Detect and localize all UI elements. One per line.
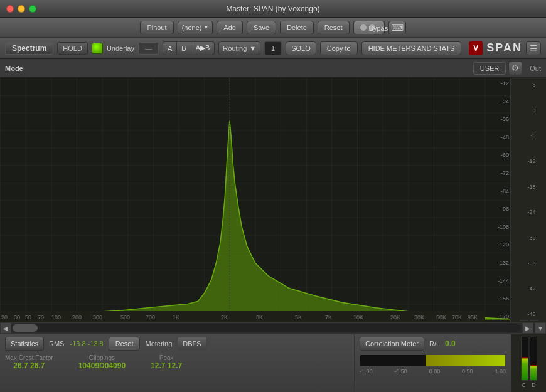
stats-row: Max Crest Factor 26.7 26.7 Clippings 104… [5,354,349,370]
svg-text:1K: 1K [173,314,179,320]
scroll-track[interactable] [13,324,521,332]
svg-text:300: 300 [93,314,102,320]
svg-text:50: 50 [25,314,31,320]
ab-arrow-button[interactable]: A▶B [191,42,215,55]
voxengo-logo: V [469,41,483,55]
scroll-bar[interactable]: ◀ ▶ ▼ [0,322,546,334]
spectrum-tab[interactable]: Spectrum [5,42,53,55]
clippings-stat: Clippings 10409D04090 [78,354,126,370]
svg-text:95K: 95K [468,314,478,320]
clippings-label: Clippings [89,354,115,361]
correlation-value: 0.0 [445,339,456,348]
rl-label: R/L [429,340,440,347]
left-meter-bar [520,320,528,321]
clippings-value: 10409D04090 [78,361,126,370]
scale-0: 0.00 [429,368,441,374]
correlation-header: Correlation Meter R/L 0.0 [360,337,506,351]
out-meter-panel: 6 0 -6 -12 -18 -24 -30 -36 -42 -48 [511,78,546,322]
svg-text:20K: 20K [390,314,400,320]
svg-text:30: 30 [14,314,20,320]
main-area: 2.27K HZ C#7 37 CENTS -80.8 DB [0,78,546,322]
svg-text:5K: 5K [295,314,302,320]
window-title: Master: SPAN (by Voxengo) [226,4,319,13]
svg-text:10K: 10K [353,314,363,320]
correlation-meter: -1.00 -0.50 0.00 0.50 1.00 [360,354,506,374]
metering-label: Metering [145,340,172,347]
mode-label: Mode [5,65,23,72]
hold-led [92,43,103,54]
reset-button[interactable]: Reset [318,21,350,34]
svg-text:200: 200 [72,314,82,320]
scale-neg1: -1.00 [360,368,373,374]
peak-value: 12.7 12.7 [151,361,182,370]
bypass-button[interactable]: Bypass [353,21,385,34]
stats-reset-button[interactable]: Reset [109,337,141,351]
delete-button[interactable]: Delete [280,21,314,34]
menu-button[interactable]: ☰ [526,41,541,55]
max-crest-value: 26.7 26.7 [13,361,45,370]
preset-selector[interactable]: (none) ▼ [178,21,213,34]
a-button[interactable]: A [163,42,177,55]
correlation-tab[interactable]: Correlation Meter [360,337,424,351]
svg-text:50K: 50K [436,314,446,320]
minimize-button[interactable] [18,5,25,13]
preset-dropdown-arrow: ▼ [203,24,208,30]
max-crest-stat: Max Crest Factor 26.7 26.7 [5,354,53,370]
bypass-led [360,24,367,31]
d-meter-bar [530,337,537,381]
peak-label: Peak [159,354,174,361]
right-meter-bar [530,320,538,321]
svg-text:3K: 3K [256,314,263,320]
settings-button[interactable]: ⚙ [508,61,522,75]
max-crest-label: Max Crest Factor [5,354,53,361]
bottom-area: Statistics RMS -13.8 -13.8 Reset Meterin… [0,334,546,392]
d-label: D [530,382,538,388]
span-brand: SPAN [486,41,522,55]
pinout-button[interactable]: Pinout [140,21,173,34]
close-button[interactable] [6,5,14,13]
svg-text:70K: 70K [452,314,462,320]
b-button[interactable]: B [177,42,191,55]
underlay-selector[interactable]: — [138,42,159,55]
freq-scale: 20 30 50 70 100 200 300 500 700 1K 2K 3K… [0,311,485,322]
d-meter-fill [530,365,537,380]
add-button[interactable]: Add [217,21,243,34]
maximize-button[interactable] [29,5,36,13]
statistics-tab[interactable]: Statistics [5,337,44,351]
svg-text:2K: 2K [221,314,228,320]
svg-text:70: 70 [38,314,44,320]
svg-text:700: 700 [146,314,155,320]
hold-button[interactable]: HOLD [57,42,88,55]
mode-selector[interactable]: USER [473,62,506,75]
title-bar: Master: SPAN (by Voxengo) [0,0,546,18]
spectrum-display[interactable] [0,78,510,322]
solo-button[interactable]: SOLO [286,41,316,55]
secondary-toolbar: Spectrum HOLD Underlay — A B A▶B Routing… [0,38,546,59]
window-controls[interactable] [6,5,36,13]
scale-1: 1.00 [495,368,506,374]
stats-header: Statistics RMS -13.8 -13.8 Reset Meterin… [5,337,349,351]
keyboard-button[interactable]: ⌨ [388,21,406,34]
routing-dropdown[interactable]: Routing ▼ [218,41,260,55]
dbfs-button[interactable]: DBFS [177,337,206,351]
copy-to-button[interactable]: Copy to [320,41,358,55]
hide-meters-button[interactable]: HIDE METERS AND STATS [361,41,462,55]
logo-area: V SPAN ☰ [469,41,541,55]
bottom-meter-bars [513,337,545,381]
channel-number[interactable]: 1 [264,41,282,55]
top-toolbar: Pinout (none) ▼ Add Save Delete Reset By… [0,18,546,38]
svg-text:7K: 7K [325,314,332,320]
scroll-left-arrow[interactable]: ◀ [0,322,11,334]
scroll-right-arrow[interactable]: ▶ [522,322,533,334]
scroll-thumb[interactable] [13,324,38,332]
svg-text:30K: 30K [414,314,424,320]
scroll-down-arrow[interactable]: ▼ [535,322,546,334]
scale-neg05: -0.50 [394,368,407,374]
scale-05: 0.50 [462,368,473,374]
ab-group[interactable]: A B A▶B [163,41,215,55]
c-label: C [520,382,528,388]
save-button[interactable]: Save [247,21,276,34]
correlation-bar [360,354,506,367]
peak-stat: Peak 12.7 12.7 [151,354,182,370]
statistics-panel: Statistics RMS -13.8 -13.8 Reset Meterin… [0,334,354,392]
